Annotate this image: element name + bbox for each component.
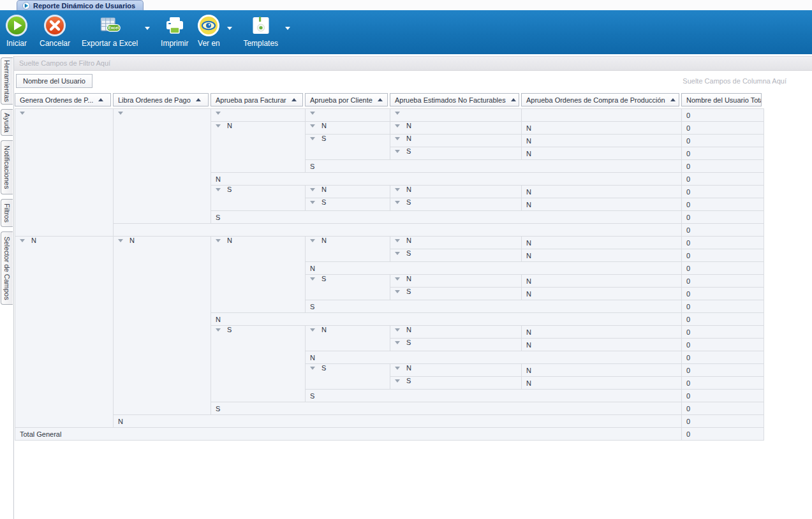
templates-dropdown-arrow[interactable] <box>283 27 292 30</box>
cell-text: N <box>526 239 531 247</box>
collapse-arrow-icon[interactable] <box>395 124 400 128</box>
collapse-arrow-icon[interactable] <box>310 277 315 281</box>
templates-button[interactable]: Templates <box>240 13 281 48</box>
pivot-group-cell[interactable]: N <box>390 275 522 288</box>
collapse-arrow-icon[interactable] <box>395 201 400 204</box>
collapse-arrow-icon[interactable] <box>395 290 400 293</box>
collapse-arrow-icon[interactable] <box>20 239 25 242</box>
collapse-arrow-icon[interactable] <box>310 367 315 370</box>
cancelar-button[interactable]: Cancelar <box>37 13 73 48</box>
sidebar-tab-selector-de-campos[interactable]: Selector de Campos <box>1 231 13 305</box>
pivot-value-cell: 0 <box>682 364 764 377</box>
pivot-group-cell[interactable]: N <box>211 122 306 173</box>
pivot-group-cell[interactable]: N <box>390 237 522 249</box>
pivot-group-cell[interactable]: S <box>390 339 522 351</box>
pivot-group-cell[interactable]: N <box>114 237 211 415</box>
column-header-libra-ordenes-de-pago[interactable]: Libra Ordenes de Pago <box>113 93 209 106</box>
exportar-excel-button[interactable]: Excel Exportar a Excel <box>79 13 140 48</box>
pivot-group-cell[interactable]: N <box>15 237 114 428</box>
collapse-arrow-icon[interactable] <box>395 188 400 191</box>
collapse-arrow-icon[interactable] <box>310 137 315 140</box>
pivot-group-cell[interactable]: S <box>211 326 306 402</box>
collapse-arrow-icon[interactable] <box>395 367 400 370</box>
collapse-arrow-icon[interactable] <box>118 112 123 115</box>
collapse-arrow-icon[interactable] <box>118 239 123 242</box>
pivot-subtotal-cell: S <box>211 211 682 224</box>
collapse-arrow-icon[interactable] <box>216 328 221 332</box>
collapse-arrow-icon[interactable] <box>395 328 400 332</box>
collapse-arrow-icon[interactable] <box>395 341 400 344</box>
sidebar-tab-filtros[interactable]: Filtros <box>1 199 13 227</box>
pivot-group-cell[interactable] <box>15 109 114 237</box>
collapse-arrow-icon[interactable] <box>395 277 400 281</box>
pivot-group-cell[interactable]: S <box>390 249 522 262</box>
column-header-genera-ordenes-de-pago[interactable]: Genera Ordenes de P... <box>15 93 111 106</box>
collapse-arrow-icon[interactable] <box>216 112 221 115</box>
collapse-arrow-icon[interactable] <box>310 201 315 204</box>
collapse-arrow-icon[interactable] <box>395 150 400 153</box>
pivot-group-cell[interactable]: S <box>390 377 522 390</box>
sidebar-tab-ayuda[interactable]: Ayuda <box>1 109 13 136</box>
pivot-group-cell[interactable]: N <box>306 237 390 262</box>
pivot-group-cell[interactable]: S <box>306 198 390 211</box>
collapse-arrow-icon[interactable] <box>310 112 315 115</box>
pivot-group-cell[interactable]: N <box>390 186 522 198</box>
collapse-arrow-icon[interactable] <box>216 124 221 128</box>
pivot-group-cell[interactable]: S <box>390 147 522 160</box>
collapse-arrow-icon[interactable] <box>310 328 315 332</box>
pivot-group-cell[interactable] <box>114 109 211 224</box>
pivot-group-cell[interactable]: S <box>390 288 522 300</box>
collapse-arrow-icon[interactable] <box>310 188 315 191</box>
pivot-row: N0 <box>15 415 764 428</box>
collapse-arrow-icon[interactable] <box>395 239 400 242</box>
pivot-group-cell[interactable] <box>390 109 522 122</box>
collapse-arrow-icon[interactable] <box>310 239 315 242</box>
pivot-group-cell[interactable]: N <box>306 122 390 135</box>
pivot-group-cell[interactable]: N <box>390 364 522 377</box>
pivot-group-cell[interactable]: N <box>390 135 522 147</box>
cell-text: N <box>406 122 411 129</box>
data-field-nombre-del-usuario[interactable]: Nombre del Usuario <box>16 74 92 88</box>
collapse-arrow-icon[interactable] <box>395 379 400 383</box>
pivot-group-cell[interactable]: S <box>390 198 522 211</box>
pivot-group-cell[interactable]: S <box>306 364 390 390</box>
pivot-group-cell[interactable]: N <box>306 326 390 351</box>
collapse-arrow-icon[interactable] <box>395 252 400 255</box>
pivot-group-cell[interactable]: N <box>390 122 522 135</box>
cell-text: N <box>321 186 327 193</box>
document-tab[interactable]: Reporte Dinámico de Usuarios <box>17 0 144 10</box>
collapse-arrow-icon[interactable] <box>216 188 221 191</box>
sidebar-tab-notificaciones[interactable]: Notificaciones <box>1 140 13 194</box>
iniciar-button[interactable]: Iniciar <box>3 13 31 48</box>
pivot-group-cell[interactable]: S <box>211 186 306 211</box>
collapse-arrow-icon[interactable] <box>20 112 25 115</box>
collapse-arrow-icon[interactable] <box>395 137 400 140</box>
collapse-arrow-icon[interactable] <box>395 112 400 115</box>
column-header-aprueba-ordenes-compra-produccion[interactable]: Aprueba Ordenes de Compra de Producción <box>521 93 679 106</box>
ver-en-dropdown-arrow[interactable] <box>225 27 234 30</box>
cell-text: N <box>406 186 411 193</box>
exportar-excel-dropdown-arrow[interactable] <box>143 27 152 30</box>
pivot-group-cell[interactable]: N <box>306 186 390 198</box>
pivot-group-cell[interactable]: N <box>390 326 522 339</box>
column-header-aprueba-por-cliente[interactable]: Aprueba por Cliente <box>305 93 388 106</box>
filter-fields-drop-area[interactable]: Suelte Campos de Filtro Aquí <box>14 56 812 71</box>
column-header-aprueba-estimados-no-facturables[interactable]: Aprueba Estimados No Facturables <box>390 93 519 106</box>
column-header-nombre-del-usuario-total[interactable]: Nombre del Usuario Total <box>681 93 762 106</box>
collapse-arrow-icon[interactable] <box>216 239 221 242</box>
pivot-group-cell[interactable] <box>306 109 390 122</box>
ver-en-button[interactable]: Ver en <box>195 13 223 48</box>
save-icon <box>249 14 272 37</box>
pivot-group-cell[interactable] <box>211 109 306 122</box>
cell-text: 0 <box>686 163 690 170</box>
column-header-aprueba-para-facturar[interactable]: Aprueba para Facturar <box>210 93 303 106</box>
pivot-group-cell[interactable]: S <box>306 275 390 300</box>
pivot-leaf-cell: N <box>522 339 682 351</box>
collapse-arrow-icon[interactable] <box>310 124 315 128</box>
sidebar-tab-herramientas[interactable]: Herramientas <box>1 57 13 105</box>
pivot-value-cell: 0 <box>682 109 764 122</box>
imprimir-button[interactable]: Imprimir <box>158 13 191 48</box>
pivot-group-cell[interactable]: S <box>306 135 390 160</box>
pivot-group-cell[interactable]: N <box>211 237 306 313</box>
cell-text: N <box>227 237 232 244</box>
